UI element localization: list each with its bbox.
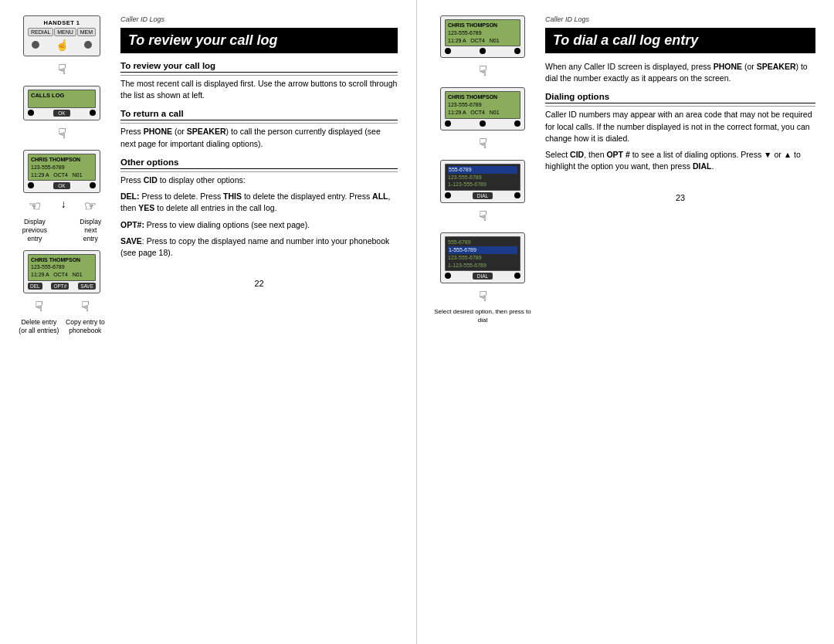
ok-btn-3[interactable]: OK (53, 182, 70, 189)
del-btn[interactable]: DEL (28, 283, 42, 290)
entry-number-r1: 123-555-6789 (448, 29, 517, 37)
ok-btn-2[interactable]: OK (53, 110, 70, 117)
select-caption: Select desired option, then press to dia… (432, 308, 533, 324)
nav-right-1 (84, 41, 92, 49)
top-btn-row: REDIAL MENU MEM (28, 28, 96, 36)
phone-device-1: HANDSET 1 REDIAL MENU MEM ☝ (23, 15, 100, 56)
dot-right-3 (90, 182, 96, 188)
hand-2: ☟ (58, 125, 66, 142)
handset-title: HANDSET 1 (28, 19, 96, 26)
dial-opt-r4-line-4: 1-123-555-6789 (448, 262, 517, 269)
label-delete: Delete entry(or all entries) (19, 318, 59, 335)
diagram-col-left: HANDSET 1 REDIAL MENU MEM ☝ ☟ (15, 15, 108, 629)
section-title-left: To review your call log (120, 28, 398, 53)
dial-opt-r4-line-1: 555-6789 (448, 239, 517, 246)
page-num-right-container: 23 (545, 178, 815, 202)
hand-right-3: ☞ (84, 198, 97, 215)
nav-row-1: ☝ (28, 39, 96, 51)
menu-btn[interactable]: MENU (54, 28, 76, 36)
dot-r1-right (514, 48, 520, 54)
label-prev: Displaypreviousentry (22, 218, 47, 243)
dot-left-2 (28, 110, 34, 116)
redial-btn[interactable]: REDIAL (28, 28, 53, 36)
entry-name-r2: CHRIS THOMPSON (448, 93, 517, 101)
device-callslog: CALLS LOG OK ☟ (15, 86, 108, 144)
entry-screen-r1: CHRIS THOMPSON 123-555-6789 11:29 A OCT4… (445, 19, 520, 46)
dial-btn-r3[interactable]: DIAL (473, 192, 493, 199)
entry-screen-r2: CHRIS THOMPSON 123-555-6789 11:29 A OCT4… (445, 91, 520, 118)
softbtn-row-2: OK (28, 110, 96, 117)
dot-r2-left (445, 120, 451, 127)
entry-number-1: 123-555-6789 (31, 164, 93, 171)
nav-left-1 (32, 41, 39, 49)
phone-device-r3: 555-6789 123-555-6789 1-123-555-6789 DIA… (440, 160, 525, 203)
hand-del-col: ☟ Delete entry(or all entries) (19, 297, 59, 335)
dial-opt-line-2: 123-555-6789 (448, 174, 517, 181)
hand-col-left: ☜ Displaypreviousentry (22, 196, 47, 243)
arrow-down-1: ↓ (61, 198, 66, 242)
entry-name-r1: CHRIS THOMPSON (448, 22, 517, 29)
dial-btn-r4[interactable]: DIAL (473, 273, 493, 280)
dot-r4-right (514, 273, 520, 279)
device-options: CHRIS THOMPSON 123-555-6789 11:29 A OCT4… (15, 250, 108, 335)
subsection-other-intro: Press CID to display other options: (120, 175, 398, 186)
dot-r4-left (445, 273, 451, 279)
hand-1: ☟ (58, 61, 66, 78)
calls-log-label: CALLS LOG (31, 92, 93, 100)
dialing-options-title: Dialing options (545, 92, 815, 103)
mem-btn[interactable]: MEM (77, 28, 96, 36)
hands-row-2: ☟ Delete entry(or all entries) ☟ Copy en… (15, 297, 108, 335)
opt-btn[interactable]: OPT# (51, 283, 69, 290)
softbtn-row-r4: DIAL (445, 273, 520, 280)
entry-name-1: CHRIS THOMPSON (31, 156, 93, 164)
subsection-review-title: To review your call log (120, 61, 398, 73)
phone-device-r4: 555-6789 1-555-6789 123-555-6789 1-123-5… (440, 232, 525, 283)
phone-device-r2: CHRIS THOMPSON 123-555-6789 11:29 A OCT4… (440, 87, 525, 130)
softbtn-row-3: OK (28, 182, 96, 189)
entry-screen-1: CHRIS THOMPSON 123-555-6789 11:29 A OCT4… (28, 154, 96, 181)
hand-save-col: ☟ Copy entry tophonebook (66, 297, 105, 335)
diagram-col-right: CHRIS THOMPSON 123-555-6789 11:29 A OCT4… (432, 15, 533, 629)
device-r2: CHRIS THOMPSON 123-555-6789 11:29 A OCT4… (432, 87, 533, 153)
phone-device-r1: CHRIS THOMPSON 123-555-6789 11:29 A OCT4… (440, 15, 525, 58)
subsection-other-title: Other options (120, 158, 398, 169)
entry-screen-2: CHRIS THOMPSON 123-555-6789 11:29 A OCT4… (28, 254, 96, 281)
device-r4: 555-6789 1-555-6789 123-555-6789 1-123-5… (432, 232, 533, 324)
subsection-other-save: SAVE: Press to copy the displayed name a… (120, 236, 398, 259)
dial-intro-text: When any Caller ID screen is displayed, … (545, 61, 815, 84)
hand-r3: ☟ (479, 208, 487, 225)
device-r1: CHRIS THOMPSON 123-555-6789 11:29 A OCT4… (432, 15, 533, 81)
softbtn-row-4: DEL OPT# SAVE (28, 283, 96, 290)
entry-name-2: CHRIS THOMPSON (31, 256, 93, 264)
dot-r3-right (514, 192, 520, 198)
dot-r1-mid (480, 48, 486, 54)
dial-opt-highlight-1: 555-6789 (448, 166, 517, 174)
phone-device-4: CHRIS THOMPSON 123-555-6789 11:29 A OCT4… (23, 250, 100, 293)
hand-r1: ☟ (479, 63, 487, 80)
caller-id-caption-right: Caller ID Logs (545, 15, 815, 23)
dial-options-screen-2: 555-6789 1-555-6789 123-555-6789 1-123-5… (445, 236, 520, 271)
dial-options-screen-1: 555-6789 123-555-6789 1-123-555-6789 (445, 164, 520, 191)
dot-left-3 (28, 182, 34, 188)
hand-r4: ☟ (479, 288, 487, 305)
subsection-return-text: Press PHONE (or SPEAKER) to call the per… (120, 126, 398, 149)
page-spread: HANDSET 1 REDIAL MENU MEM ☝ ☟ (0, 0, 834, 644)
section-title-right: To dial a call log entry (545, 28, 815, 53)
phone-device-2: CALLS LOG OK (23, 86, 100, 120)
right-page: CHRIS THOMPSON 123-555-6789 11:29 A OCT4… (417, 0, 834, 644)
dot-r1-left (445, 48, 451, 54)
page-num-right: 23 (676, 193, 685, 202)
dial-opt-r4-highlight: 1-555-6789 (448, 246, 517, 254)
label-copy: Copy entry tophonebook (66, 318, 105, 335)
hand-del: ☟ (35, 298, 43, 315)
device-entry-nav: CHRIS THOMPSON 123-555-6789 11:29 A OCT4… (15, 150, 108, 244)
text-col-left: Caller ID Logs To review your call log T… (120, 15, 398, 629)
label-next: Displaynextentry (80, 218, 101, 243)
softbtn-row-r3: DIAL (445, 192, 520, 199)
entry-number-2: 123-555-6789 (31, 263, 93, 271)
save-btn[interactable]: SAVE (78, 283, 96, 290)
hand-save: ☟ (81, 298, 90, 315)
dot-r2-right (514, 120, 520, 127)
entry-details-1: 11:29 A OCT4 N01 (31, 171, 93, 179)
dot-right-2 (90, 110, 96, 116)
